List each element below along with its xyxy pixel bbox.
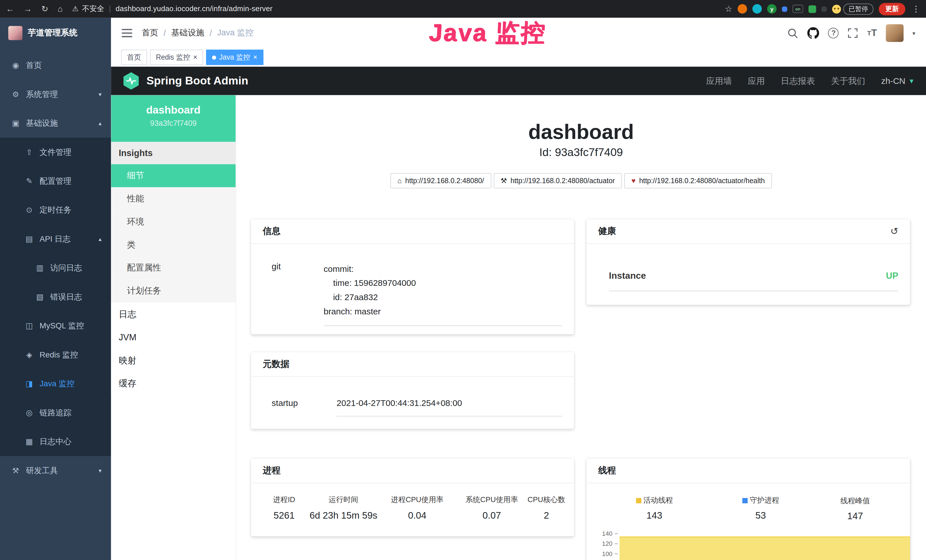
sidebar-item-infrastructure[interactable]: ▣ 基础设施 ▴ [0, 109, 111, 138]
sba-navbar: Spring Boot Admin 应用墙 应用 日志报表 关于我们 zh-CN… [111, 67, 926, 95]
sidebar-item-file-mgmt[interactable]: ⇧ 文件管理 [0, 138, 111, 166]
live-threads-area [619, 536, 910, 560]
actuator-url-button[interactable]: ⚒ http://192.168.0.2:48080/actuator [493, 173, 622, 189]
file-upload-icon: ⇧ [25, 148, 34, 157]
sba-menu-mappings[interactable]: 映射 [111, 349, 236, 372]
sba-menu-caches[interactable]: 缓存 [111, 372, 236, 395]
actuator-url: http://192.168.0.2:48080/actuator [510, 177, 615, 185]
sidebar-item-label: MySQL 监控 [39, 320, 84, 331]
sidebar-item-scheduled-jobs[interactable]: ⊙ 定时任务 [0, 195, 111, 224]
profile-paused-badge[interactable]: 已暂停 [832, 3, 873, 14]
user-avatar[interactable] [886, 24, 903, 42]
health-card: 健康 ↺ Instance UP [586, 219, 910, 305]
sidebar-item-access-logs[interactable]: ▥ 访问日志 [0, 253, 111, 282]
sba-nav-journal[interactable]: 日志报表 [781, 75, 815, 86]
browser-chrome: ← → ↻ ⌂ ⚠ 不安全 | dashboard.yudao.iocoder.… [0, 0, 926, 18]
instance-header[interactable]: dashboard 93a3fc7f7409 [111, 95, 236, 142]
sba-nav-wallboard[interactable]: 应用墙 [706, 75, 732, 86]
extension-icon-grid[interactable] [782, 6, 787, 12]
sba-menu-details[interactable]: 细节 [111, 164, 236, 188]
help-icon[interactable]: ? [828, 28, 839, 38]
page-title: dashboard [236, 120, 926, 144]
sba-logo-icon [123, 72, 140, 90]
tab-label: Java 监控 [219, 52, 250, 62]
api-log-icon: ▤ [25, 235, 34, 243]
service-url-button[interactable]: ⌂ http://192.168.0.2:48080/ [390, 173, 491, 189]
browser-menu-icon[interactable]: ⋮ [912, 4, 920, 14]
extension-icon-on-switch[interactable]: on [793, 5, 803, 13]
process-card-title: 进程 [263, 465, 281, 476]
health-url-button[interactable]: ♥ http://192.168.0.2:48080/actuator/heal… [624, 173, 772, 189]
info-card: 信息 git commit: time: 1596289704000 id: 2… [251, 219, 574, 334]
locale-select[interactable]: zh-CN ▼ [881, 76, 915, 86]
sba-menu-environment[interactable]: 环境 [111, 210, 236, 233]
update-button[interactable]: 更新 [879, 3, 905, 15]
info-line: branch: master [324, 304, 562, 318]
security-label: 不安全 [82, 4, 104, 14]
app-logo[interactable]: 芋道管理系统 [0, 18, 111, 48]
tab-label: 首页 [127, 52, 141, 62]
bookmark-star-icon[interactable]: ☆ [725, 4, 732, 14]
sidebar-item-error-logs[interactable]: ▧ 错误日志 [0, 282, 111, 311]
threads-card: 线程 活动线程 143 守护进程 53 [586, 459, 910, 560]
sba-nav-applications[interactable]: 应用 [748, 75, 765, 86]
forward-icon[interactable]: → [24, 4, 32, 14]
sidebar-item-tracing[interactable]: ◎ 链路追踪 [0, 398, 111, 427]
sba-menu-logs[interactable]: 日志 [111, 303, 236, 325]
close-icon[interactable]: × [193, 53, 197, 61]
back-icon[interactable]: ← [6, 4, 14, 14]
sidebar-item-home[interactable]: ◉ 首页 [0, 51, 111, 80]
sidebar-item-dev-tools[interactable]: ⚒ 研发工具 ▾ [0, 456, 111, 485]
threads-card-title: 线程 [598, 465, 616, 476]
sidebar-item-redis-monitor[interactable]: ◈ Redis 监控 [0, 341, 111, 369]
tab-java-monitor[interactable]: Java 监控 × [206, 50, 263, 65]
collapse-menu-icon[interactable] [122, 29, 132, 37]
sba-menu-scheduled-tasks[interactable]: 计划任务 [111, 279, 236, 303]
legend-peak-threads: 线程峰值 147 [811, 495, 899, 522]
health-row: Instance UP [609, 271, 898, 291]
fullscreen-icon[interactable] [848, 28, 858, 38]
java-monitor-icon: ◨ [25, 379, 34, 388]
extension-icon-teal[interactable] [752, 4, 762, 14]
sidebar-item-label: 日志中心 [39, 436, 71, 447]
avatar-caret-icon[interactable]: ▾ [912, 30, 915, 36]
sba-menu-config-props[interactable]: 配置属性 [111, 256, 236, 280]
tab-home[interactable]: 首页 [121, 50, 147, 65]
address-bar[interactable]: ⚠ 不安全 | dashboard.yudao.iocoder.cn/infra… [72, 4, 272, 14]
history-icon[interactable]: ↺ [890, 226, 898, 237]
sidebar-item-system-mgmt[interactable]: ⚙ 系统管理 ▾ [0, 80, 111, 109]
screen: ← → ↻ ⌂ ⚠ 不安全 | dashboard.yudao.iocoder.… [0, 0, 926, 560]
sba-sidebar: dashboard 93a3fc7f7409 Insights 细节 性能 环境… [111, 95, 236, 560]
refresh-icon[interactable]: ↻ [41, 4, 48, 14]
annotation-overlay-text: Java 监控 [428, 17, 547, 49]
sba-menu-performance[interactable]: 性能 [111, 187, 236, 210]
metadata-card-title: 元数据 [263, 359, 289, 370]
redis-icon: ◈ [25, 350, 34, 359]
tab-redis-monitor[interactable]: Redis 监控 × [150, 50, 203, 65]
y-tick: 140 [586, 530, 612, 537]
extension-icon-orange[interactable] [737, 4, 747, 14]
sidebar-item-log-center[interactable]: ▦ 日志中心 [0, 427, 111, 456]
sba-brand[interactable]: Spring Boot Admin [123, 72, 248, 90]
sba-menu-jvm[interactable]: JVM [111, 325, 236, 349]
process-col-label: 运行时间 [309, 495, 378, 505]
sba-menu-classes[interactable]: 类 [111, 233, 236, 256]
sba-nav-about[interactable]: 关于我们 [831, 75, 865, 86]
search-icon[interactable] [787, 27, 799, 38]
sidebar-item-api-logs[interactable]: ▤ API 日志 ▴ [0, 224, 111, 253]
sidebar-item-java-monitor[interactable]: ◨ Java 监控 [0, 369, 111, 398]
sidebar-item-config-mgmt[interactable]: ✎ 配置管理 [0, 166, 111, 195]
breadcrumb-infrastructure[interactable]: 基础设施 [171, 28, 204, 38]
sidebar-item-mysql-monitor[interactable]: ◫ MySQL 监控 [0, 311, 111, 340]
home-icon[interactable]: ⌂ [57, 4, 63, 14]
github-icon[interactable] [808, 27, 819, 39]
close-icon[interactable]: × [253, 53, 257, 61]
puzzle-extension-icon[interactable] [822, 6, 827, 12]
extension-icon-leaf[interactable] [808, 5, 816, 13]
breadcrumb-home[interactable]: 首页 [142, 28, 158, 38]
instance-id-subtitle: Id: 93a3fc7f7409 [236, 146, 926, 159]
infrastructure-icon: ▣ [11, 119, 20, 127]
font-size-icon[interactable]: TT [867, 28, 877, 38]
health-url: http://192.168.0.2:48080/actuator/health [639, 177, 765, 185]
extension-icon-green-y[interactable]: y [767, 4, 776, 14]
